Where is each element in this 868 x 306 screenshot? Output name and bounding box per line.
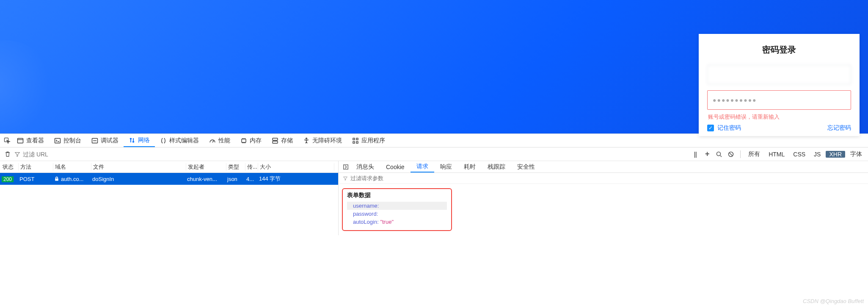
checkmark-icon: ✓ (707, 125, 714, 131)
form-key: password (353, 211, 377, 217)
svg-rect-9 (356, 138, 358, 140)
plus-icon[interactable]: + (702, 149, 712, 159)
filter-html[interactable]: HTML (765, 151, 788, 158)
filter-all[interactable]: 所有 (745, 150, 763, 158)
cell-method: POST (18, 176, 52, 182)
form-value: "true" (380, 219, 394, 225)
tab-label: 网络 (138, 136, 150, 144)
funnel-icon (14, 151, 20, 157)
tab-label: 存储 (281, 137, 293, 145)
tab-label: 调试器 (101, 137, 118, 145)
tab-label: 内存 (250, 137, 262, 145)
lock-icon (54, 176, 59, 181)
cell-file: doSignIn (91, 176, 185, 182)
svg-rect-8 (353, 138, 355, 140)
network-request-row[interactable]: 200 POST auth.co... doSignIn chunk-ven..… (0, 173, 338, 185)
form-entry: autoLogin: "true" (347, 218, 447, 226)
svg-point-7 (306, 138, 307, 139)
cell-type: json (226, 176, 245, 182)
col-status[interactable]: 状态 (1, 163, 19, 171)
tab-label: 应用程序 (361, 137, 385, 145)
network-toolbar: ‖ + 所有 HTML CSS JS XHR 字体 (0, 147, 868, 161)
login-title: 密码登录 (707, 44, 851, 56)
status-badge: 200 (2, 176, 14, 182)
cell-domain: auth.co... (52, 176, 91, 182)
page-hero: 密码登录 ●●●●●●●●●● 账号或密码错误，请重新输入 ✓ 记住密码 忘记密… (0, 0, 868, 134)
login-card: 密码登录 ●●●●●●●●●● 账号或密码错误，请重新输入 ✓ 记住密码 忘记密… (699, 34, 860, 136)
tab-label: 性能 (218, 137, 230, 145)
tab-console[interactable]: 控制台 (49, 134, 86, 147)
password-field[interactable]: ●●●●●●●●●● (707, 90, 851, 110)
filter-xhr[interactable]: XHR (826, 151, 845, 158)
tab-label: 样式编辑器 (169, 137, 199, 145)
forgot-password-link[interactable]: 忘记密码 (827, 124, 851, 132)
tab-application[interactable]: 应用程序 (347, 134, 390, 147)
devtools-panel: 查看器 控制台 调试器 网络 样式编辑器 性能 内存 存储 (0, 134, 868, 235)
detail-tab-cookie[interactable]: Cookie (380, 161, 411, 172)
tab-network[interactable]: 网络 (124, 134, 155, 147)
col-method[interactable]: 方法 (19, 163, 53, 171)
cell-transferred: 4... (245, 176, 257, 182)
trash-icon[interactable] (3, 149, 13, 159)
username-field[interactable] (707, 65, 851, 84)
detail-tab-security[interactable]: 安全性 (511, 161, 541, 172)
network-columns-header: 状态 方法 域名 文件 发起者 类型 传... 大小 (0, 161, 338, 173)
tab-debugger[interactable]: 调试器 (86, 134, 124, 147)
request-params-filter-input[interactable] (350, 175, 864, 181)
form-data-panel: 表单数据 username: password: autoLogin: "tru… (342, 188, 452, 231)
detail-tab-request[interactable]: 请求 (411, 161, 434, 172)
svg-rect-2 (55, 138, 61, 143)
url-filter-input[interactable] (23, 151, 74, 158)
col-type[interactable]: 类型 (226, 163, 245, 171)
col-domain[interactable]: 域名 (53, 163, 91, 171)
network-request-list: 状态 方法 域名 文件 发起者 类型 传... 大小 200 POST auth… (0, 161, 339, 235)
form-key: autoLogin (353, 219, 377, 225)
detail-tab-headers[interactable]: 消息头 (350, 161, 380, 172)
col-file[interactable]: 文件 (91, 163, 186, 171)
tab-storage[interactable]: 存储 (267, 134, 298, 147)
detail-tab-strip: 消息头 Cookie 请求 响应 耗时 栈跟踪 安全性 (339, 161, 868, 173)
login-error-message: 账号或密码错误，请重新输入 (708, 113, 851, 121)
toggle-sidebar-icon[interactable] (341, 164, 350, 170)
tab-performance[interactable]: 性能 (204, 134, 235, 147)
form-entry: username: (347, 202, 447, 210)
funnel-icon (343, 176, 348, 181)
tab-memory[interactable]: 内存 (235, 134, 267, 147)
network-detail-panel: 消息头 Cookie 请求 响应 耗时 栈跟踪 安全性 表单数据 usernam… (339, 161, 868, 235)
filter-css[interactable]: CSS (790, 151, 809, 158)
pause-icon[interactable]: ‖ (690, 149, 700, 159)
form-data-title: 表单数据 (347, 192, 447, 199)
search-icon[interactable] (714, 149, 724, 159)
cell-initiator: chunk-ven... (185, 176, 226, 182)
tab-accessibility[interactable]: 无障碍环境 (298, 134, 347, 147)
block-icon[interactable] (726, 149, 736, 159)
cell-size: 144 字节 (257, 175, 333, 183)
svg-rect-10 (353, 142, 355, 143)
col-transferred[interactable]: 传... (245, 163, 258, 171)
svg-rect-14 (344, 164, 348, 169)
detail-tab-stack[interactable]: 栈跟踪 (482, 161, 511, 172)
svg-point-12 (717, 152, 721, 156)
remember-password-checkbox[interactable]: ✓ 记住密码 (707, 124, 741, 132)
col-size[interactable]: 大小 (258, 163, 334, 171)
tab-label: 无障碍环境 (312, 137, 342, 145)
tab-style-editor[interactable]: 样式编辑器 (155, 134, 204, 147)
detail-tab-response[interactable]: 响应 (434, 161, 458, 172)
tab-label: 控制台 (63, 137, 81, 145)
svg-rect-11 (356, 142, 358, 143)
svg-rect-4 (242, 139, 246, 142)
form-key: username (353, 203, 378, 209)
filter-fonts[interactable]: 字体 (847, 150, 865, 158)
svg-rect-5 (273, 138, 278, 140)
request-params-filter[interactable] (339, 173, 868, 184)
watermark-text: CSDN @Qingdao Buffett (803, 298, 864, 304)
svg-rect-6 (273, 141, 278, 143)
form-entry: password: (347, 210, 447, 218)
col-initiator[interactable]: 发起者 (186, 163, 226, 171)
url-filter[interactable] (14, 151, 74, 158)
detail-tab-timings[interactable]: 耗时 (458, 161, 482, 172)
remember-label: 记住密码 (717, 124, 741, 132)
filter-js[interactable]: JS (810, 151, 824, 158)
